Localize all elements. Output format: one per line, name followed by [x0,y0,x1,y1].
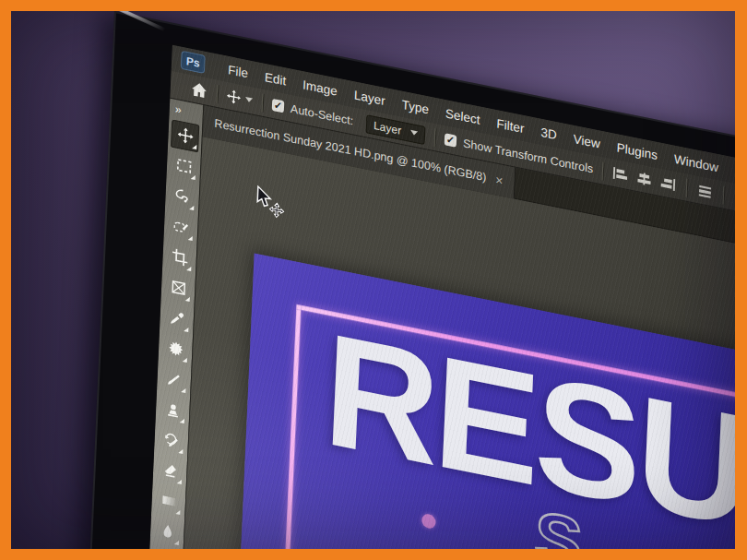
chevron-down-icon [410,130,418,137]
menu-item-filter[interactable]: Filter [488,114,533,137]
align-horizontal-centers-icon[interactable] [636,171,653,187]
divider [262,93,264,112]
eraser-tool[interactable] [156,454,184,487]
spot-healing-brush-tool[interactable] [161,332,190,365]
monitor: Ps File Edit Image Layer Type Select Fil… [80,11,735,549]
menu-item-image[interactable]: Image [294,76,346,100]
object-selection-tool[interactable] [167,210,196,244]
chevron-down-icon [245,97,253,103]
rectangular-marquee-tool[interactable] [170,149,198,183]
bezel-glint [118,11,165,31]
distribute-vertically-icon[interactable] [697,183,714,199]
menu-item-type[interactable]: Type [393,95,437,117]
align-right-edges-icon[interactable] [660,175,677,192]
move-cursor-icon [253,185,291,227]
align-left-edges-icon[interactable] [612,166,629,183]
photoshop-logo-icon[interactable]: Ps [181,51,206,74]
menu-item-edit[interactable]: Edit [256,68,295,89]
checkbox-check-icon: ✓ [445,133,457,148]
blur-tool[interactable] [153,515,182,548]
divider [686,178,688,197]
divider [602,161,604,180]
dropdown-value: Layer [374,118,402,137]
menu-item-layer[interactable]: Layer [346,86,394,109]
photo-frame: Ps File Edit Image Layer Type Select Fil… [0,0,747,560]
move-tool-preset-icon[interactable] [227,89,254,108]
wall-background: Ps File Edit Image Layer Type Select Fil… [11,11,735,549]
divider [723,185,725,204]
lasso-tool[interactable] [168,180,196,213]
history-brush-tool[interactable] [157,423,185,457]
close-tab-icon[interactable]: × [495,173,504,189]
gradient-tool[interactable] [154,484,183,518]
menu-item-view[interactable]: View [564,130,609,152]
divider [217,84,219,102]
crop-tool[interactable] [165,241,194,274]
photoshop-window: Ps File Edit Image Layer Type Select Fil… [139,45,735,549]
menu-item-3d[interactable]: 3D [532,124,565,144]
divider [434,128,436,147]
home-icon[interactable] [191,80,208,100]
menu-item-select[interactable]: Select [437,104,489,128]
checkbox-check-icon: ✓ [272,99,285,113]
document-canvas[interactable]: RESU S U [228,253,735,549]
artwork-subline-letter: S [533,494,585,549]
eyedropper-tool[interactable] [162,302,191,335]
brush-tool[interactable] [160,363,188,396]
menu-item-file[interactable]: File [219,61,256,82]
menu-item-help[interactable]: Help [727,162,735,185]
move-tool[interactable] [171,119,199,152]
frame-tool[interactable] [164,271,193,304]
auto-select-label: Auto-Select: [290,101,354,127]
align-top-edges-icon[interactable] [734,190,735,207]
clone-stamp-tool[interactable] [159,393,187,426]
